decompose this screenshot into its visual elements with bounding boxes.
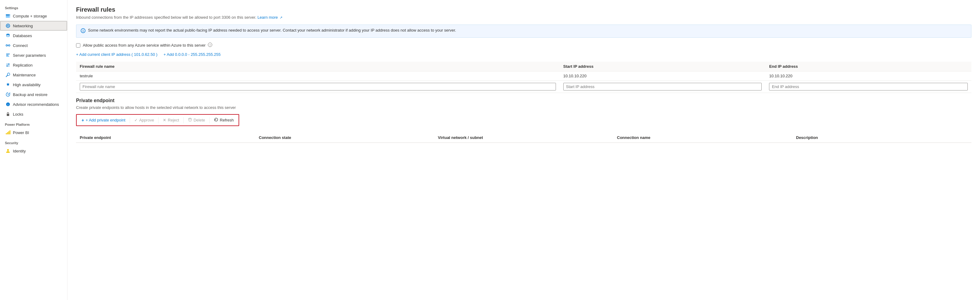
add-private-endpoint-button[interactable]: + + Add private endpoint bbox=[78, 116, 129, 124]
approve-button[interactable]: ✓ Approve bbox=[131, 116, 157, 124]
svg-rect-11 bbox=[6, 55, 9, 56]
high-availability-icon bbox=[6, 82, 10, 87]
approve-label: Approve bbox=[139, 118, 154, 122]
subtitle-text: Inbound connections from the IP addresse… bbox=[76, 15, 256, 20]
main-content: Firewall rules Inbound connections from … bbox=[67, 0, 980, 300]
add-label: + Add private endpoint bbox=[86, 118, 126, 122]
col-end-ip: End IP address bbox=[765, 62, 971, 72]
reject-button[interactable]: ✕ Reject bbox=[160, 116, 182, 124]
start-ip-input[interactable] bbox=[563, 83, 762, 91]
security-section-label: Security bbox=[0, 137, 67, 146]
svg-rect-12 bbox=[6, 56, 9, 57]
rule-name-input-cell bbox=[76, 81, 560, 93]
svg-rect-15 bbox=[7, 114, 9, 116]
rule-name-cell: testrule bbox=[76, 72, 560, 81]
sidebar-item-server-parameters-label: Server parameters bbox=[13, 53, 46, 57]
rule-name-input[interactable] bbox=[80, 83, 556, 91]
svg-point-20 bbox=[7, 149, 9, 151]
maintenance-icon bbox=[6, 72, 10, 77]
connect-icon bbox=[6, 43, 10, 48]
input-row bbox=[76, 81, 971, 93]
sidebar-item-replication[interactable]: Replication bbox=[0, 60, 67, 70]
svg-rect-18 bbox=[8, 131, 9, 134]
compute-storage-icon bbox=[6, 13, 10, 18]
private-endpoint-table-header: Private endpoint Connection state Virtua… bbox=[76, 133, 971, 143]
sidebar: Settings Compute + storage Networking Da… bbox=[0, 0, 67, 300]
svg-text:i: i bbox=[8, 103, 9, 106]
reject-icon: ✕ bbox=[163, 118, 166, 122]
refresh-button[interactable]: Refresh bbox=[211, 116, 237, 124]
sidebar-item-high-availability[interactable]: High availability bbox=[0, 80, 67, 89]
refresh-icon bbox=[214, 118, 218, 123]
private-endpoint-toolbar: + + Add private endpoint ✓ Approve ✕ Rej… bbox=[76, 114, 239, 126]
sidebar-item-maintenance-label: Maintenance bbox=[13, 73, 35, 77]
sidebar-item-identity-label: Identity bbox=[13, 149, 26, 153]
sidebar-item-server-parameters[interactable]: Server parameters bbox=[0, 50, 67, 60]
delete-icon bbox=[188, 118, 192, 123]
sidebar-item-power-bi-label: Power BI bbox=[13, 130, 29, 135]
svg-rect-16 bbox=[6, 133, 7, 134]
delete-button[interactable]: Delete bbox=[185, 116, 208, 124]
svg-rect-19 bbox=[10, 130, 10, 134]
page-subtitle: Inbound connections from the IP addresse… bbox=[76, 15, 971, 20]
start-ip-cell: 10.10.10.220 bbox=[560, 72, 766, 81]
databases-icon bbox=[6, 33, 10, 38]
toolbar-divider-2 bbox=[158, 117, 159, 123]
settings-section-label: Settings bbox=[0, 2, 67, 11]
sidebar-item-databases[interactable]: Databases bbox=[0, 31, 67, 40]
sidebar-item-compute-storage-label: Compute + storage bbox=[13, 14, 47, 18]
info-icon: i bbox=[81, 28, 86, 34]
sidebar-item-backup-restore-label: Backup and restore bbox=[13, 93, 48, 97]
end-ip-input-cell bbox=[765, 81, 971, 93]
info-message: Some network environments may not report… bbox=[88, 28, 456, 32]
end-ip-cell: 10.10.10.220 bbox=[765, 72, 971, 81]
end-ip-input[interactable] bbox=[769, 83, 968, 91]
reject-label: Reject bbox=[168, 118, 179, 122]
col-start-ip: Start IP address bbox=[560, 62, 766, 72]
learn-more-link[interactable]: Learn more ↗ bbox=[258, 15, 282, 20]
svg-point-6 bbox=[6, 34, 10, 35]
sidebar-item-backup-restore[interactable]: Backup and restore bbox=[0, 89, 67, 99]
private-endpoint-desc: Create private endpoints to allow hosts … bbox=[76, 105, 971, 110]
replication-icon bbox=[6, 62, 10, 67]
sidebar-item-connect[interactable]: Connect bbox=[0, 40, 67, 50]
pe-col-connection-state: Connection state bbox=[255, 135, 434, 140]
svg-point-8 bbox=[9, 45, 10, 46]
sidebar-item-power-bi[interactable]: Power BI bbox=[0, 128, 67, 137]
pe-col-connection-name: Connection name bbox=[613, 135, 792, 140]
sidebar-item-networking-label: Networking bbox=[13, 24, 33, 28]
sidebar-item-advisor[interactable]: i Advisor recommendations bbox=[0, 99, 67, 109]
sidebar-item-replication-label: Replication bbox=[13, 63, 32, 67]
sidebar-item-networking[interactable]: Networking bbox=[0, 21, 67, 31]
allow-access-checkbox[interactable] bbox=[76, 43, 80, 48]
sidebar-item-locks-label: Locks bbox=[13, 112, 23, 116]
external-link-icon: ↗ bbox=[280, 16, 282, 19]
pe-col-virtual-network: Virtual network / subnet bbox=[434, 135, 613, 140]
toolbar-divider-3 bbox=[183, 117, 184, 123]
refresh-label: Refresh bbox=[220, 118, 234, 122]
add-client-ip-link[interactable]: + Add current client IP address ( 101.0.… bbox=[76, 52, 157, 57]
sidebar-item-advisor-label: Advisor recommendations bbox=[13, 102, 59, 107]
svg-rect-17 bbox=[7, 132, 8, 134]
page-title: Firewall rules bbox=[76, 6, 971, 13]
svg-point-2 bbox=[9, 15, 10, 15]
sidebar-item-locks[interactable]: Locks bbox=[0, 109, 67, 119]
approve-icon: ✓ bbox=[134, 118, 138, 122]
sidebar-item-compute-storage[interactable]: Compute + storage bbox=[0, 11, 67, 21]
sidebar-item-connect-label: Connect bbox=[13, 43, 28, 48]
add-range-link[interactable]: + Add 0.0.0.0 - 255.255.255.255 bbox=[164, 52, 221, 57]
private-endpoint-title: Private endpoint bbox=[76, 98, 971, 104]
server-parameters-icon bbox=[6, 53, 10, 57]
start-ip-input-cell bbox=[560, 81, 766, 93]
sidebar-item-identity[interactable]: Identity bbox=[0, 146, 67, 156]
add-icon: + bbox=[81, 118, 84, 123]
table-row: testrule 10.10.10.220 10.10.10.220 bbox=[76, 72, 971, 81]
networking-icon bbox=[6, 23, 10, 28]
identity-icon bbox=[6, 148, 10, 153]
allow-access-label[interactable]: Allow public access from any Azure servi… bbox=[83, 43, 205, 48]
svg-text:?: ? bbox=[210, 44, 211, 46]
advisor-icon: i bbox=[6, 102, 10, 107]
svg-point-7 bbox=[6, 45, 8, 46]
sidebar-item-maintenance[interactable]: Maintenance bbox=[0, 70, 67, 80]
svg-rect-10 bbox=[6, 54, 10, 54]
